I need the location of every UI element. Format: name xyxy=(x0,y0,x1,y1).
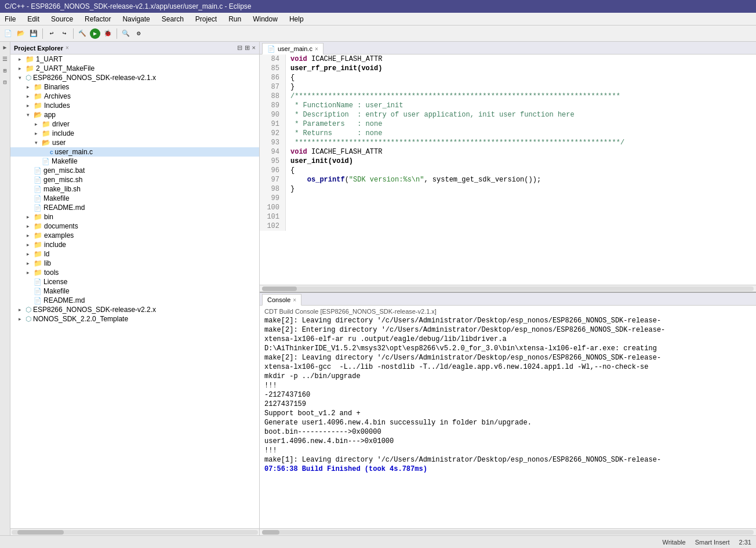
icon-examples: 📁 xyxy=(34,231,42,239)
label-uart2: 2_UART_MakeFile xyxy=(36,64,94,72)
tree-item-includes[interactable]: ▸📁Includes xyxy=(10,101,259,110)
tb-sep-2 xyxy=(73,28,74,39)
left-gutter-icon-3[interactable]: ⊞ xyxy=(3,67,6,74)
tree-item-readme_root[interactable]: 📄README.md xyxy=(10,203,259,212)
tree-item-ld[interactable]: ▸📁ld xyxy=(10,249,259,259)
console-line-5: xtensa-lx106-gcc -L../lib -nostdlib -T..… xyxy=(264,362,751,372)
tree-item-template[interactable]: ▸⬡NONOS_SDK_2.2.0_Template xyxy=(10,314,259,324)
tree-item-user_main_c[interactable]: cuser_main.c xyxy=(10,147,259,157)
editor-hscroll[interactable] xyxy=(260,285,756,292)
left-gutter-icon-2[interactable]: ☰ xyxy=(2,56,8,63)
tree-item-makefile2[interactable]: 📄Makefile xyxy=(10,286,259,296)
editor-tab-user-main[interactable]: 📄 user_main.c × xyxy=(262,43,324,55)
label-template: NONOS_SDK_2.2.0_Template xyxy=(33,315,128,323)
tree-item-documents[interactable]: ▸📁documents xyxy=(10,222,259,231)
tree-item-makefile_root[interactable]: 📄Makefile xyxy=(10,194,259,203)
tree-item-driver[interactable]: ▸📁driver xyxy=(10,119,259,129)
arrow-driver: ▸ xyxy=(35,121,42,127)
menu-source[interactable]: Source xyxy=(49,14,75,24)
tree-item-bin[interactable]: ▸📁bin xyxy=(10,212,259,222)
tree-item-uart1[interactable]: ▸📁1_UART xyxy=(10,55,259,64)
arrow-examples: ▸ xyxy=(27,233,34,238)
menu-run[interactable]: Run xyxy=(226,14,243,24)
tree-item-archives[interactable]: ▸📁Archives xyxy=(10,92,259,101)
left-gutter-icon-1[interactable]: ▶ xyxy=(3,44,6,51)
tree-item-include2[interactable]: ▸📁include xyxy=(10,240,259,249)
editor-tab-close[interactable]: × xyxy=(315,46,318,52)
tree-item-makefile_user[interactable]: 📄Makefile xyxy=(10,157,259,166)
tb-search[interactable]: 🔍 xyxy=(120,28,132,39)
console-hscroll[interactable] xyxy=(260,528,756,535)
arrow-uart1: ▸ xyxy=(19,56,26,62)
tree-item-make_lib_sh[interactable]: 📄make_lib.sh xyxy=(10,184,259,194)
tree-item-binaries[interactable]: ▸📁Binaries xyxy=(10,82,259,92)
code-editor[interactable]: 8485868788899091929394959697989910010110… xyxy=(260,55,756,285)
tb-undo[interactable]: ↩ xyxy=(46,28,57,39)
pe-header-left: Project Explorer × xyxy=(14,45,69,52)
tree-item-sdk21[interactable]: ▾⬡ESP8266_NONOS_SDK-release-v2.1.x xyxy=(10,73,259,82)
icon-user_main_c: c xyxy=(50,148,53,156)
tb-settings[interactable]: ⚙ xyxy=(133,28,144,39)
console-line-6: mkdir -p ../bin/upgrade xyxy=(264,372,751,381)
tb-redo[interactable]: ↪ xyxy=(59,28,70,39)
editor-area: 📄 user_main.c × 848586878889909192939495… xyxy=(260,42,756,292)
pe-minimize-icon[interactable]: ⊟ xyxy=(237,44,242,52)
tb-save[interactable]: 💾 xyxy=(28,28,39,39)
menu-refactor[interactable]: Refactor xyxy=(82,14,113,24)
label-driver: driver xyxy=(52,120,70,128)
line-num-101: 101 xyxy=(263,212,282,222)
tree-item-gen_misc_sh[interactable]: 📄gen_misc.sh xyxy=(10,175,259,184)
menu-bar: File Edit Source Refactor Navigate Searc… xyxy=(0,13,756,26)
tb-sep-3 xyxy=(117,28,117,39)
console-line-3: D:\AiThinkerIDE_V1.5.2\msys32\opt\esp826… xyxy=(264,344,751,353)
console-content[interactable]: CDT Build Console [ESP8266_NONOS_SDK-rel… xyxy=(260,306,756,528)
pe-close-btn[interactable]: × xyxy=(252,44,256,52)
console-line-8: !!! xyxy=(264,381,751,390)
tb-new[interactable]: 📄 xyxy=(2,28,14,39)
tree-item-app[interactable]: ▾📂app xyxy=(10,110,259,119)
tree-item-readme2[interactable]: 📄README.md xyxy=(10,296,259,305)
pe-maximize-icon[interactable]: ⊞ xyxy=(245,44,250,52)
tree-item-gen_misc_bat[interactable]: 📄gen_misc.bat xyxy=(10,166,259,175)
console-line-9: -2127437160 xyxy=(264,390,751,400)
line-num-100: 100 xyxy=(263,203,282,212)
line-num-94: 94 xyxy=(263,147,282,157)
tree-item-uart2[interactable]: ▸📁2_UART_MakeFile xyxy=(10,64,259,73)
icon-includes: 📁 xyxy=(34,101,42,110)
console-line-11: Support boot_v1.2 and + xyxy=(264,409,751,418)
tree-item-include[interactable]: ▸📁include xyxy=(10,129,259,138)
tree-item-license[interactable]: 📄License xyxy=(10,277,259,286)
arrow-sdk21: ▾ xyxy=(19,75,26,81)
menu-navigate[interactable]: Navigate xyxy=(120,14,152,24)
editor-hscroll-thumb[interactable] xyxy=(262,286,297,291)
line-num-95: 95 xyxy=(263,157,282,166)
title-bar: C/C++ - ESP8266_NONOS_SDK-release-v2.1.x… xyxy=(0,0,756,13)
console-tab[interactable]: Console × xyxy=(262,294,301,306)
icon-include: 📁 xyxy=(42,129,50,137)
pe-close-icon[interactable]: × xyxy=(66,45,69,51)
tree-item-examples[interactable]: ▸📁examples xyxy=(10,231,259,240)
tb-build[interactable]: 🔨 xyxy=(77,28,88,39)
menu-search[interactable]: Search xyxy=(159,14,186,24)
menu-file[interactable]: File xyxy=(2,14,18,24)
menu-help[interactable]: Help xyxy=(287,14,306,24)
tb-run[interactable]: ▶ xyxy=(89,28,101,39)
code-line-91: * Description : entry of user applicatio… xyxy=(290,110,751,119)
tb-debug[interactable]: 🐞 xyxy=(102,28,114,39)
tb-open[interactable]: 📂 xyxy=(15,28,27,39)
menu-edit[interactable]: Edit xyxy=(25,14,42,24)
menu-window[interactable]: Window xyxy=(250,14,280,24)
status-bar: Writable Smart Insert 2:31 xyxy=(0,535,756,548)
tree-item-tools[interactable]: ▸📁tools xyxy=(10,268,259,277)
console-tab-close[interactable]: × xyxy=(293,297,296,303)
tree-item-lib[interactable]: ▸📁lib xyxy=(10,259,259,268)
tree-item-sdk22[interactable]: ▸⬡ESP8266_NONOS_SDK-release-v2.2.x xyxy=(10,305,259,314)
code-line-89: /***************************************… xyxy=(290,92,751,101)
left-gutter-icon-4[interactable]: ⊟ xyxy=(3,79,6,86)
menu-project[interactable]: Project xyxy=(193,14,219,24)
tree-item-user[interactable]: ▾📂user xyxy=(10,138,259,147)
code-line-87: } xyxy=(290,82,751,92)
pe-hscroll[interactable] xyxy=(10,528,259,535)
pe-hscroll-thumb[interactable] xyxy=(17,530,64,535)
console-hscroll-thumb[interactable] xyxy=(262,530,279,535)
